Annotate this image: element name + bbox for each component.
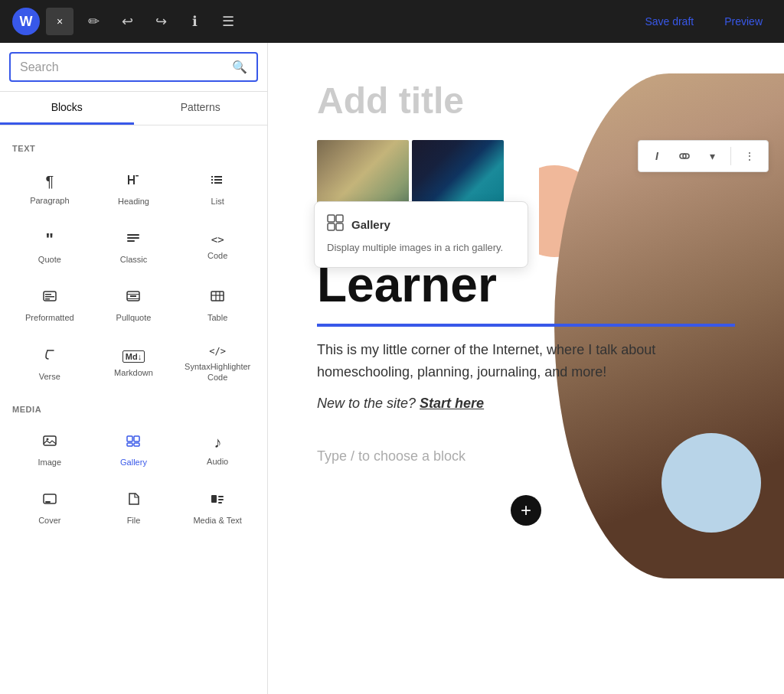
block-file[interactable]: File [93,481,175,536]
info-icon[interactable]: ℹ [181,8,208,35]
media-blocks-grid: Image Gallery ♪ Audio [9,423,258,536]
block-syntax-highlighter-label: SyntaxHighlighter Code [184,361,251,383]
markdown-icon: Md↓ [122,350,145,363]
cta-link[interactable]: Start here [420,396,484,411]
quote-icon: " [46,230,54,249]
block-heading[interactable]: Heading [93,162,175,217]
svg-rect-1 [211,176,213,178]
block-verse[interactable]: Verse [9,336,90,393]
add-block-button[interactable]: + [511,495,541,526]
preformatted-icon [42,288,57,308]
block-audio[interactable]: ♪ Audio [177,423,258,477]
svg-rect-37 [336,223,343,230]
undo-icon[interactable]: ↩ [113,8,141,35]
text-blocks-grid: ¶ Paragraph Heading [9,162,258,393]
block-paragraph[interactable]: ¶ Paragraph [9,162,90,217]
image-icon [42,433,57,452]
block-gallery[interactable]: Gallery [93,423,175,477]
gallery-image-1 [317,140,409,209]
cover-icon [42,491,57,510]
main-layout: 🔍 Blocks Patterns TEXT ¶ Paragraph [0,43,784,694]
svg-rect-4 [214,179,222,181]
link-button[interactable] [672,144,697,168]
block-preformatted[interactable]: Preformatted [9,279,90,333]
svg-rect-8 [127,237,139,239]
block-table-label: Table [207,312,227,323]
gallery-popup-header: Gallery [327,214,515,235]
add-title-placeholder[interactable]: Add title [268,43,784,140]
block-table[interactable]: Table [177,279,258,333]
chevron-down-button[interactable]: ▾ [700,144,724,168]
topbar: W × ✏ ↩ ↪ ℹ ☰ Save draft Preview [0,0,784,43]
gallery-popup-icon [327,214,344,235]
search-input[interactable] [20,60,226,74]
block-quote-label: Quote [38,254,61,265]
sidebar: 🔍 Blocks Patterns TEXT ¶ Paragraph [0,43,268,694]
svg-rect-16 [127,298,139,299]
svg-rect-24 [127,436,132,441]
learner-cta: New to the site? Start here [317,396,735,412]
close-button[interactable]: × [46,8,74,35]
svg-rect-33 [218,502,222,503]
svg-rect-3 [211,179,213,181]
more-options-button[interactable]: ⋮ [737,144,762,168]
block-media-text-label: Media & Text [193,515,241,526]
category-media-label: MEDIA [12,405,258,414]
block-quote[interactable]: " Quote [9,220,90,275]
svg-rect-35 [336,215,343,222]
italic-button[interactable]: I [645,144,669,168]
svg-rect-36 [328,223,335,230]
svg-rect-18 [211,292,224,301]
file-icon [126,491,141,510]
cta-text: New to the site? [317,396,416,411]
category-text-label: TEXT [12,144,258,153]
block-cover[interactable]: Cover [9,481,90,536]
block-audio-label: Audio [207,456,228,467]
block-code[interactable]: <> Code [177,220,258,275]
gallery-image-2 [412,140,504,209]
svg-rect-13 [45,298,50,300]
tab-blocks[interactable]: Blocks [0,92,134,125]
svg-rect-27 [134,443,139,446]
block-image-label: Image [38,457,62,468]
block-media-text[interactable]: Media & Text [177,481,258,536]
block-classic-label: Classic [120,254,147,265]
heading-icon [126,172,141,191]
svg-rect-32 [218,499,224,500]
block-syntax-highlighter[interactable]: </> SyntaxHighlighter Code [177,336,258,393]
gallery-section: I ▾ ⋮ [268,140,784,227]
svg-rect-12 [45,296,54,298]
svg-rect-25 [134,436,139,441]
tab-patterns[interactable]: Patterns [134,92,268,125]
svg-rect-2 [214,176,222,178]
code-icon: <> [211,233,224,246]
svg-point-23 [46,438,48,441]
list-view-icon[interactable]: ☰ [214,8,242,35]
wp-logo-icon[interactable]: W [12,8,40,35]
svg-rect-6 [214,182,222,184]
svg-rect-11 [45,294,51,295]
toolbar-divider [730,147,731,165]
svg-rect-30 [211,495,217,503]
gallery-popup-description: Display multiple images in a rich galler… [327,241,515,255]
block-list[interactable]: List [177,162,258,217]
format-toolbar: I ▾ ⋮ [638,140,769,172]
block-classic[interactable]: Classic [93,220,175,275]
save-draft-button[interactable]: Save draft [635,11,703,32]
tabs: Blocks Patterns [0,92,267,125]
gallery-icon [126,433,141,452]
redo-icon[interactable]: ↪ [147,8,175,35]
preview-button[interactable]: Preview [715,11,772,32]
pullquote-icon [126,288,141,308]
edit-icon[interactable]: ✏ [80,8,107,35]
paragraph-icon: ¶ [45,173,54,191]
block-verse-label: Verse [39,371,60,382]
svg-rect-15 [127,294,139,295]
block-markdown[interactable]: Md↓ Markdown [93,336,175,393]
type-block-area[interactable]: Type / to choose a block [268,430,784,483]
block-image[interactable]: Image [9,423,90,477]
classic-icon [126,230,141,249]
block-pullquote[interactable]: Pullquote [93,279,175,333]
block-markdown-label: Markdown [114,367,153,378]
svg-rect-26 [127,443,132,446]
